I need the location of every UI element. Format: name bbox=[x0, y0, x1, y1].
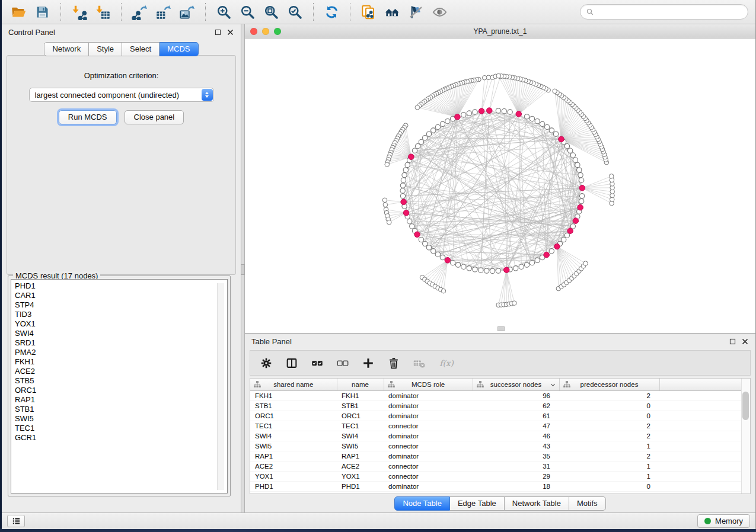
column-header-mcds-role[interactable]: MCDS role bbox=[384, 379, 473, 391]
table-row[interactable]: PHD1PHD1dominator180 bbox=[250, 482, 742, 492]
select-all-button[interactable] bbox=[310, 356, 324, 370]
column-header-shared-name[interactable]: shared name bbox=[250, 379, 337, 391]
refresh-button[interactable] bbox=[322, 3, 342, 21]
pane-divider-grip[interactable] bbox=[497, 326, 505, 331]
network-window-title: YPA_prune.txt_1 bbox=[245, 27, 755, 36]
table-row[interactable]: ACE2ACE2connector311 bbox=[250, 462, 742, 472]
show-all-button[interactable] bbox=[430, 3, 449, 21]
result-list-scrollbar[interactable] bbox=[217, 283, 224, 490]
save-session-icon bbox=[34, 4, 50, 20]
mcds-result-item[interactable]: TEC1 bbox=[15, 424, 227, 433]
close-panel-button[interactable]: Close panel bbox=[125, 110, 184, 124]
show-columns-button[interactable] bbox=[285, 356, 299, 370]
import-network-icon bbox=[71, 4, 87, 20]
table-tab-edge-table[interactable]: Edge Table bbox=[450, 496, 505, 511]
export-table-button[interactable] bbox=[154, 3, 173, 21]
table-tab-motifs[interactable]: Motifs bbox=[569, 496, 606, 511]
add-row-button[interactable] bbox=[361, 356, 375, 370]
export-network-button[interactable] bbox=[130, 3, 149, 21]
hide-selected-button[interactable] bbox=[406, 3, 426, 21]
refresh-icon bbox=[324, 4, 340, 20]
zoom-in-button[interactable] bbox=[214, 3, 234, 21]
table-tab-network-table[interactable]: Network Table bbox=[505, 496, 569, 511]
mcds-result-item[interactable]: CAR1 bbox=[15, 291, 227, 300]
toolbar-separator bbox=[350, 3, 350, 21]
search-input[interactable] bbox=[597, 7, 742, 17]
mcds-result-item[interactable]: STP4 bbox=[15, 300, 227, 310]
network-canvas[interactable] bbox=[245, 39, 755, 333]
column-header-name[interactable]: name bbox=[337, 379, 384, 391]
search-box[interactable] bbox=[580, 4, 748, 20]
table-scrollbar[interactable] bbox=[741, 379, 750, 493]
mcds-result-item[interactable]: TID3 bbox=[15, 310, 227, 319]
zoom-fit-button[interactable] bbox=[261, 3, 281, 21]
tab-mcds[interactable]: MCDS bbox=[160, 42, 198, 56]
duplicate-network-button[interactable] bbox=[359, 3, 378, 21]
save-session-button[interactable] bbox=[33, 3, 52, 21]
mcds-result-item[interactable]: SWI4 bbox=[15, 329, 227, 338]
settings-gear-button[interactable] bbox=[259, 356, 273, 370]
tab-network[interactable]: Network bbox=[44, 42, 89, 56]
zoom-selected-button[interactable] bbox=[285, 3, 305, 21]
mcds-result-item[interactable]: PMA2 bbox=[15, 348, 227, 357]
table-row[interactable]: YOX1YOX1connector291 bbox=[250, 472, 742, 482]
first-neighbors-button[interactable] bbox=[382, 3, 402, 21]
mcds-result-item[interactable]: YOX1 bbox=[15, 319, 227, 329]
table-scrollbar-thumb[interactable] bbox=[742, 392, 749, 420]
zoom-out-button[interactable] bbox=[238, 3, 257, 21]
table-row[interactable]: SWI5SWI5connector431 bbox=[250, 441, 742, 451]
column-header-predecessor-nodes[interactable]: predecessor nodes bbox=[559, 379, 659, 391]
import-table-button[interactable] bbox=[93, 3, 113, 21]
mcds-result-item[interactable]: FKH1 bbox=[15, 357, 227, 367]
table-row[interactable]: FKH1FKH1dominator962 bbox=[250, 391, 742, 401]
close-table-panel-icon[interactable] bbox=[741, 338, 749, 345]
delete-row-button[interactable] bbox=[387, 356, 401, 370]
export-table-icon bbox=[155, 4, 171, 20]
optimization-criterion-select[interactable]: largest connected component (undirected) bbox=[29, 88, 214, 102]
optimization-criterion-label: Optimization criterion: bbox=[7, 71, 235, 80]
divider-grip[interactable] bbox=[241, 264, 245, 275]
show-columns-icon bbox=[285, 357, 298, 370]
select-stepper-icon bbox=[202, 89, 213, 101]
import-network-button[interactable] bbox=[69, 3, 89, 21]
maximize-window-traffic-light[interactable] bbox=[274, 28, 281, 35]
minimize-window-traffic-light[interactable] bbox=[262, 28, 269, 35]
tab-select[interactable]: Select bbox=[122, 42, 160, 56]
table-panel-header: Table Panel bbox=[245, 334, 755, 350]
float-table-panel-icon[interactable] bbox=[729, 338, 736, 345]
table-tabs: Node TableEdge TableNetwork TableMotifs bbox=[245, 494, 755, 512]
unselect-all-button[interactable] bbox=[336, 356, 350, 370]
tab-style[interactable]: Style bbox=[89, 42, 122, 56]
float-panel-icon[interactable] bbox=[214, 28, 222, 36]
memory-button[interactable]: Memory bbox=[697, 514, 750, 528]
network-view-window: YPA_prune.txt_1 bbox=[245, 24, 755, 334]
open-file-button[interactable] bbox=[9, 3, 28, 21]
mcds-result-item[interactable]: RAP1 bbox=[15, 395, 227, 405]
show-all-icon bbox=[432, 4, 448, 20]
mcds-result-list[interactable]: PHD1CAR1STP4TID3YOX1SWI4SRD1PMA2FKH1ACE2… bbox=[11, 279, 228, 493]
table-row[interactable]: STB1STB1dominator620 bbox=[250, 401, 742, 411]
run-mcds-button[interactable]: Run MCDS bbox=[59, 110, 117, 124]
export-image-button[interactable] bbox=[177, 3, 197, 21]
table-row[interactable]: SWI4SWI4dominator462 bbox=[250, 431, 742, 441]
table-tab-node-table[interactable]: Node Table bbox=[394, 496, 450, 511]
task-history-button[interactable] bbox=[7, 515, 25, 527]
mcds-result-item[interactable]: GCR1 bbox=[15, 433, 227, 443]
mcds-result-item[interactable]: ORC1 bbox=[15, 386, 227, 395]
close-panel-icon[interactable] bbox=[227, 28, 234, 36]
table-row[interactable]: RAP1RAP1dominator352 bbox=[250, 451, 742, 462]
panel-split-divider[interactable] bbox=[241, 24, 245, 512]
table-row[interactable]: ORC1ORC1dominator610 bbox=[250, 411, 742, 421]
column-header-successor-nodes[interactable]: successor nodes bbox=[473, 379, 559, 391]
node-table: shared namenameMCDS rolesuccessor nodesp… bbox=[250, 378, 751, 494]
mcds-result-item[interactable]: ACE2 bbox=[15, 367, 227, 376]
mcds-result-item[interactable]: PHD1 bbox=[15, 281, 227, 291]
svg-text:f(x): f(x) bbox=[439, 358, 454, 367]
mcds-result-item[interactable]: SRD1 bbox=[15, 338, 227, 348]
open-file-icon bbox=[11, 4, 27, 20]
table-row[interactable]: TEC1TEC1connector472 bbox=[250, 421, 742, 431]
mcds-result-item[interactable]: SWI5 bbox=[15, 414, 227, 424]
mcds-result-item[interactable]: STB1 bbox=[15, 405, 227, 414]
close-window-traffic-light[interactable] bbox=[250, 28, 257, 35]
mcds-result-item[interactable]: STB5 bbox=[15, 376, 227, 386]
